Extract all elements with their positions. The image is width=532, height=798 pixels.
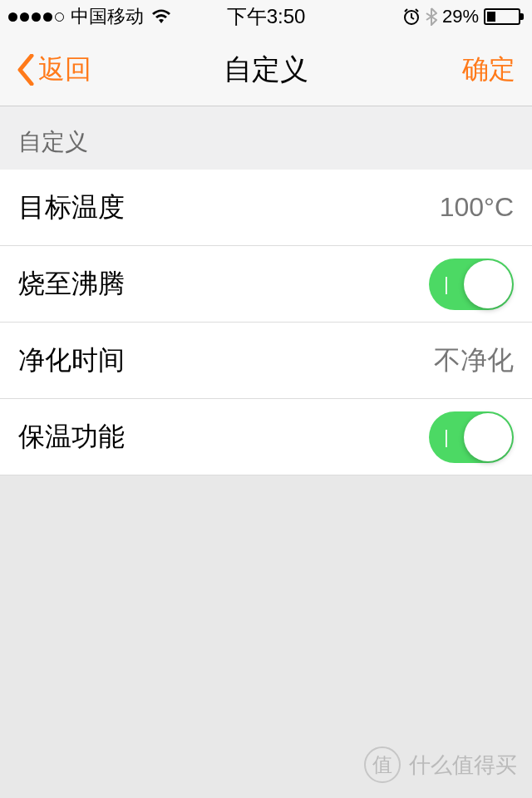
toggle-knob	[464, 413, 512, 461]
toggle-on-mark: |	[444, 426, 449, 448]
carrier-label: 中国移动	[71, 4, 144, 29]
alarm-icon	[402, 7, 421, 26]
chevron-left-icon	[17, 54, 35, 86]
row-value: 100°C	[440, 192, 514, 223]
row-boil: 烧至沸腾 |	[0, 246, 532, 323]
watermark: 值 什么值得买	[364, 746, 517, 783]
confirm-button[interactable]: 确定	[462, 52, 515, 88]
toggle-knob	[464, 260, 512, 308]
status-left: 中国移动	[8, 4, 172, 29]
watermark-badge-icon: 值	[364, 746, 401, 783]
back-label: 返回	[38, 52, 91, 88]
row-label: 净化时间	[18, 342, 125, 379]
battery-icon	[484, 8, 524, 25]
boil-toggle[interactable]: |	[429, 259, 514, 310]
battery-percent: 29%	[442, 6, 479, 27]
row-value: 不净化	[434, 342, 514, 379]
row-label: 目标温度	[18, 190, 125, 226]
status-right: 29%	[402, 6, 524, 27]
row-target-temperature[interactable]: 目标温度 100°C	[0, 170, 532, 246]
keep-warm-toggle[interactable]: |	[429, 411, 514, 463]
page-title: 自定义	[224, 51, 308, 89]
back-button[interactable]: 返回	[17, 52, 91, 88]
row-purify-time[interactable]: 净化时间 不净化	[0, 323, 532, 399]
nav-bar: 返回 自定义 确定	[0, 33, 532, 106]
signal-strength-icon	[8, 12, 64, 22]
toggle-on-mark: |	[444, 273, 449, 295]
settings-list: 目标温度 100°C 烧至沸腾 | 净化时间 不净化 保温功能 |	[0, 170, 532, 475]
watermark-text: 什么值得买	[409, 751, 517, 780]
bluetooth-icon	[426, 7, 437, 26]
status-bar: 中国移动 下午3:50 29%	[0, 0, 532, 33]
section-header: 自定义	[0, 106, 532, 170]
row-label: 烧至沸腾	[18, 266, 125, 303]
status-time: 下午3:50	[227, 3, 306, 30]
wifi-icon	[150, 8, 172, 25]
row-keep-warm: 保温功能 |	[0, 399, 532, 475]
row-label: 保温功能	[18, 419, 125, 456]
